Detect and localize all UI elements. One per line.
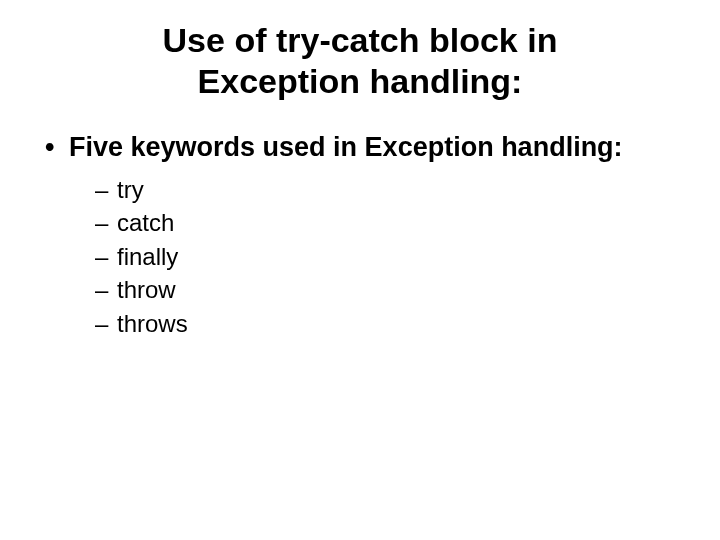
sub-bullet-item: throw <box>95 273 680 307</box>
sub-bullet-list: try catch finally throw throws <box>40 173 680 341</box>
sub-bullet-item: throws <box>95 307 680 341</box>
sub-bullet-item: catch <box>95 206 680 240</box>
bullet-main: Five keywords used in Exception handling… <box>40 132 680 163</box>
slide-title: Use of try-catch block in Exception hand… <box>40 20 680 102</box>
sub-bullet-item: try <box>95 173 680 207</box>
bullet-list: Five keywords used in Exception handling… <box>40 132 680 341</box>
sub-bullet-item: finally <box>95 240 680 274</box>
